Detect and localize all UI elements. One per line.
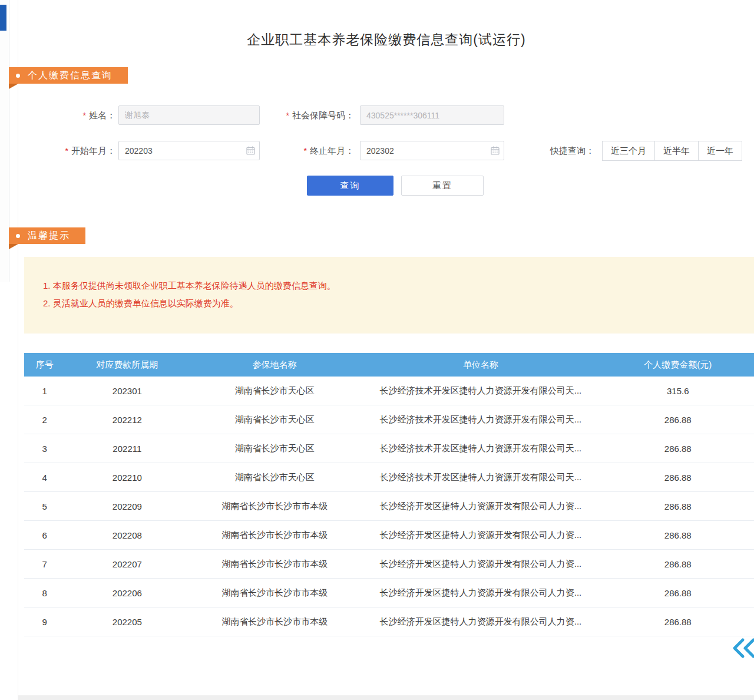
cell-place: 湖南省长沙市长沙市市本级	[189, 559, 360, 570]
cell-no: 5	[24, 501, 65, 511]
sidebar-accent-block	[0, 5, 6, 31]
query-button[interactable]: 查询	[307, 176, 393, 196]
cell-amount: 286.88	[601, 617, 754, 627]
table-header-cell: 单位名称	[360, 359, 601, 371]
end-month-label: *终止年月：	[254, 141, 354, 160]
cell-period: 202212	[65, 415, 189, 425]
cell-no: 9	[24, 617, 65, 627]
start-month-input[interactable]	[118, 141, 260, 160]
tip-line: 2. 灵活就业人员的缴费单位信息以实际缴费为准。	[43, 296, 743, 311]
page-title: 企业职工基本养老保险缴费信息查询(试运行)	[18, 31, 754, 49]
quick-range-half-year[interactable]: 近半年	[654, 141, 699, 161]
cell-no: 3	[24, 444, 65, 454]
table-row: 3 202211 湖南省长沙市天心区 长沙经济技术开发区捷特人力资源开发有限公司…	[24, 434, 754, 463]
start-month-label: *开始年月：	[45, 141, 115, 160]
name-input	[118, 105, 260, 125]
required-asterisk: *	[65, 146, 68, 156]
cell-place: 湖南省长沙市长沙市市本级	[189, 530, 360, 541]
table-row: 4 202210 湖南省长沙市天心区 长沙经济技术开发区捷特人力资源开发有限公司…	[24, 463, 754, 492]
table-row: 7 202207 湖南省长沙市长沙市市本级 长沙经济开发区捷特人力资源开发有限公…	[24, 550, 754, 579]
collapse-panel-button[interactable]	[732, 638, 754, 659]
cell-place: 湖南省长沙市天心区	[189, 472, 360, 483]
section-badge-label: 温馨提示	[28, 230, 70, 242]
cell-place: 湖南省长沙市长沙市市本级	[189, 587, 360, 599]
cell-period: 202209	[65, 501, 189, 511]
bullet-dot-icon	[16, 74, 20, 78]
cell-unit: 长沙经济开发区捷特人力资源开发有限公司人力资...	[360, 616, 601, 628]
cell-unit: 长沙经济技术开发区捷特人力资源开发有限公司天...	[360, 472, 601, 483]
cell-no: 4	[24, 473, 65, 483]
cell-amount: 286.88	[601, 415, 754, 425]
section-badge-tips: 温馨提示	[9, 227, 85, 244]
tips-notice-box: 1. 本服务仅提供尚未领取企业职工基本养老保险待遇人员的缴费信息查询。 2. 灵…	[24, 257, 754, 334]
cell-unit: 长沙经济技术开发区捷特人力资源开发有限公司天...	[360, 385, 601, 397]
cell-amount: 286.88	[601, 501, 754, 511]
cell-amount: 286.88	[601, 530, 754, 540]
quick-range-3-months[interactable]: 近三个月	[602, 141, 655, 161]
cell-amount: 286.88	[601, 588, 754, 598]
section-badge-personal-query: 个人缴费信息查询	[9, 67, 128, 84]
cell-unit: 长沙经济开发区捷特人力资源开发有限公司人力资...	[360, 501, 601, 512]
cell-place: 湖南省长沙市天心区	[189, 443, 360, 454]
left-sidebar-strip	[0, 0, 9, 282]
cell-unit: 长沙经济技术开发区捷特人力资源开发有限公司天...	[360, 443, 601, 454]
cell-period: 202301	[65, 386, 189, 396]
table-header-cell: 参保地名称	[189, 359, 360, 371]
cell-place: 湖南省长沙市天心区	[189, 385, 360, 397]
content-panel: 企业职工基本养老保险缴费信息查询(试运行) 个人缴费信息查询 *姓名： *社会保…	[18, 0, 754, 700]
cell-place: 湖南省长沙市长沙市市本级	[189, 616, 360, 628]
cell-unit: 长沙经济开发区捷特人力资源开发有限公司人力资...	[360, 530, 601, 541]
quick-range-1-year[interactable]: 近一年	[698, 141, 742, 161]
payments-table: 序号 对应费款所属期 参保地名称 单位名称 个人缴费金额(元) 1 202301…	[24, 353, 754, 636]
table-header-cell: 序号	[24, 359, 65, 371]
cell-unit: 长沙经济技术开发区捷特人力资源开发有限公司天...	[360, 414, 601, 425]
end-month-field[interactable]	[360, 141, 504, 160]
cell-amount: 315.6	[601, 386, 754, 396]
table-row: 6 202208 湖南省长沙市长沙市市本级 长沙经济开发区捷特人力资源开发有限公…	[24, 521, 754, 550]
table-row: 9 202205 湖南省长沙市长沙市市本级 长沙经济开发区捷特人力资源开发有限公…	[24, 607, 754, 636]
ssn-label: *社会保障号码：	[254, 105, 354, 125]
cell-no: 1	[24, 386, 65, 396]
cell-amount: 286.88	[601, 559, 754, 569]
cell-period: 202208	[65, 530, 189, 540]
table-row: 1 202301 湖南省长沙市天心区 长沙经济技术开发区捷特人力资源开发有限公司…	[24, 377, 754, 405]
quick-query-label: 快捷查询：	[550, 146, 594, 157]
cell-period: 202210	[65, 473, 189, 483]
table-row: 2 202212 湖南省长沙市天心区 长沙经济技术开发区捷特人力资源开发有限公司…	[24, 405, 754, 434]
cell-unit: 长沙经济开发区捷特人力资源开发有限公司人力资...	[360, 587, 601, 599]
end-month-input[interactable]	[360, 141, 504, 160]
start-month-field[interactable]	[118, 141, 260, 160]
table-header-cell: 对应费款所属期	[65, 359, 189, 371]
required-asterisk: *	[83, 111, 86, 120]
cell-no: 6	[24, 530, 65, 540]
cell-no: 8	[24, 588, 65, 598]
cell-no: 7	[24, 559, 65, 569]
cell-period: 202211	[65, 444, 189, 454]
table-row: 8 202206 湖南省长沙市长沙市市本级 长沙经济开发区捷特人力资源开发有限公…	[24, 579, 754, 607]
cell-period: 202207	[65, 559, 189, 569]
reset-button[interactable]: 重置	[401, 176, 484, 196]
cell-no: 2	[24, 415, 65, 425]
name-label: *姓名：	[45, 105, 115, 125]
cell-period: 202205	[65, 617, 189, 627]
cell-unit: 长沙经济开发区捷特人力资源开发有限公司人力资...	[360, 559, 601, 570]
calendar-icon[interactable]	[491, 146, 500, 155]
table-header-cell: 个人缴费金额(元)	[601, 359, 754, 371]
cell-amount: 286.88	[601, 444, 754, 454]
cell-amount: 286.88	[601, 473, 754, 483]
tip-line: 1. 本服务仅提供尚未领取企业职工基本养老保险待遇人员的缴费信息查询。	[43, 278, 743, 293]
table-row: 5 202209 湖南省长沙市长沙市市本级 长沙经济开发区捷特人力资源开发有限公…	[24, 492, 754, 521]
table-header-row: 序号 对应费款所属期 参保地名称 单位名称 个人缴费金额(元)	[24, 353, 754, 377]
section-badge-label: 个人缴费信息查询	[28, 70, 113, 82]
required-asterisk: *	[286, 111, 289, 120]
bullet-dot-icon	[16, 234, 20, 238]
double-chevron-left-icon	[732, 638, 754, 659]
quick-query-group: 快捷查询： 近三个月 近半年 近一年	[550, 141, 742, 161]
cell-period: 202206	[65, 588, 189, 598]
cell-place: 湖南省长沙市天心区	[189, 414, 360, 425]
required-asterisk: *	[304, 146, 307, 156]
ssn-input	[360, 105, 504, 125]
cell-place: 湖南省长沙市长沙市市本级	[189, 501, 360, 512]
